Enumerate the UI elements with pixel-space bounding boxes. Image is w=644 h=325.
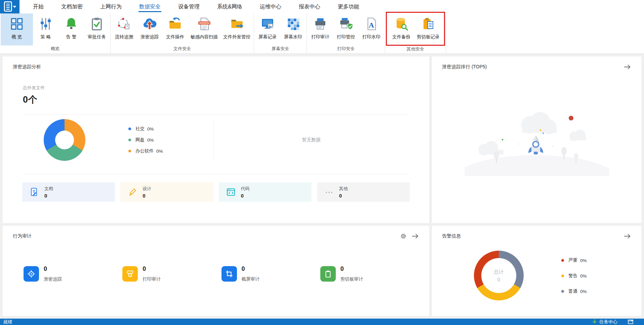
legend-item: 办公软件 0% [128, 148, 163, 154]
more-dots-icon [324, 187, 334, 197]
legend-label: 网盘 [135, 137, 145, 143]
ribbon-item-label: 屏幕水印 [284, 34, 302, 40]
ribbon-group-label: 文件安全 [111, 45, 253, 53]
settings-button[interactable] [400, 233, 406, 239]
ribbon: 概 览 策 略 告 警 [0, 13, 644, 54]
ribbon-group-screen-security: 屏幕记录 屏幕水印 屏幕安全 [254, 13, 307, 53]
legend-value: 0% [580, 289, 587, 294]
goto-detail-button[interactable] [624, 233, 631, 239]
print-audit-icon [313, 17, 327, 31]
download-arrow-icon [592, 319, 597, 324]
stat-label: 截屏审计 [242, 276, 260, 282]
ribbon-item-policy[interactable]: 策 略 [33, 13, 58, 45]
task-window-icon[interactable] [628, 320, 633, 324]
app-menu-icon [3, 0, 17, 14]
dashboard-content: 泄密追踪分析 总外发文件 0个 社交 0% 网盘 0% [0, 54, 644, 319]
legend-item: 社交 0% [128, 126, 163, 132]
ribbon-item-circulation-trace[interactable]: 流转追溯 [111, 13, 137, 45]
ribbon-group-label: 概览 [1, 45, 110, 53]
ribbon-item-print-watermark[interactable]: A 打印水印 [359, 13, 384, 45]
ribbon-group-other-security: 文件备份 剪切板记录 其他安全 [385, 13, 446, 53]
arrow-right-icon [624, 233, 631, 239]
ribbon-item-print-audit[interactable]: 打印审计 [308, 13, 333, 45]
category-label: 其他 [339, 186, 348, 192]
code-icon [226, 187, 236, 197]
ribbon-item-file-backup[interactable]: 文件备份 [389, 13, 414, 45]
stat-clipboard-audit: 0 剪切板审计 [320, 265, 419, 282]
goto-detail-button[interactable] [412, 233, 419, 239]
ribbon-item-overview[interactable]: 概 览 [1, 13, 33, 45]
ribbon-item-file-outgoing-control[interactable]: 文件外发管控 [220, 13, 253, 45]
ribbon-item-leak-tracking[interactable]: 泄密追踪 [137, 13, 162, 45]
alert-legend: 严重 0% 警告 0% 普通 0% [561, 257, 587, 294]
ribbon-item-label: 策 略 [41, 34, 51, 40]
ribbon-item-label: 文件外发管控 [223, 34, 250, 40]
category-value: 0 [241, 193, 250, 198]
ribbon-item-label: 打印水印 [362, 34, 380, 40]
clipboard-icon [320, 266, 336, 282]
ribbon-item-file-operations[interactable]: 文件操作 [162, 13, 188, 45]
stat-label: 打印审计 [143, 276, 161, 282]
stat-label: 泄密追踪 [44, 276, 62, 282]
stat-value: 0 [340, 265, 363, 273]
tab-system-network[interactable]: 系统&网络 [208, 0, 251, 13]
app-menu-button[interactable] [0, 0, 19, 13]
category-value: 0 [339, 193, 348, 198]
ribbon-group-label: 屏幕安全 [255, 45, 306, 53]
ribbon-item-label: 打印管控 [337, 34, 355, 40]
tab-more-features[interactable]: 更多功能 [329, 0, 368, 13]
ribbon-item-label: 文件操作 [166, 34, 184, 40]
tab-doc-encryption[interactable]: 文档加密 [52, 0, 91, 13]
ribbon-item-screen-watermark[interactable]: 屏幕水印 [280, 13, 306, 45]
panel-title: 泄密追踪分析 [13, 64, 41, 70]
file-operation-folder-icon [168, 17, 182, 31]
stat-value: 0 [242, 265, 260, 273]
ribbon-item-label: 流转追溯 [115, 34, 133, 40]
task-center-button[interactable]: 任务中心 [599, 319, 617, 325]
alert-total-label: 总计 [494, 269, 504, 275]
category-label: 设计 [143, 186, 151, 192]
tab-report-center[interactable]: 报表中心 [290, 0, 329, 13]
panel-title: 告警信息 [442, 233, 461, 239]
category-label: 代码 [241, 186, 250, 192]
app-window: 开始 文档加密 上网行为 数据安全 设备管理 系统&网络 运维中心 报表中心 更… [0, 0, 644, 325]
file-backup-icon [394, 17, 408, 31]
clipboard-record-icon [421, 17, 435, 31]
legend-label: 社交 [135, 126, 145, 132]
tab-data-security[interactable]: 数据安全 [130, 0, 169, 13]
no-data-text: 暂无数据 [214, 137, 409, 143]
ribbon-item-sensitive-content-scan[interactable]: 敏感内容扫描 [188, 13, 220, 45]
ribbon-item-screen-record[interactable]: 屏幕记录 [255, 13, 280, 45]
legend-dot-critical [561, 259, 564, 262]
panel-leak-trace-rank: 泄密追踪排行 (TOP5) [432, 57, 641, 223]
ribbon-item-print-control[interactable]: 打印管控 [333, 13, 359, 45]
statusbar: 就绪 任务中心 [0, 319, 644, 325]
category-value: 0 [143, 193, 151, 198]
rocket [528, 136, 543, 154]
tab-device-management[interactable]: 设备管理 [169, 0, 208, 13]
sensitive-scan-icon [197, 17, 211, 31]
stat-value: 0 [143, 265, 161, 273]
approval-clipboard-icon [90, 17, 104, 31]
tab-start[interactable]: 开始 [24, 0, 52, 13]
category-card-other: 其他 0 [317, 182, 410, 202]
stat-label: 剪切板审计 [340, 276, 363, 282]
category-value: 0 [44, 193, 53, 198]
category-card-design: 设计 0 [120, 182, 213, 202]
circulation-trace-icon [117, 17, 131, 31]
arrow-right-icon [624, 64, 631, 70]
goto-detail-button[interactable] [624, 64, 631, 70]
empty-state-illustration [465, 105, 609, 176]
ribbon-item-approval-tasks[interactable]: 审批任务 [84, 13, 110, 45]
screen-record-icon [260, 17, 275, 31]
menubar: 开始 文档加密 上网行为 数据安全 设备管理 系统&网络 运维中心 报表中心 更… [0, 0, 644, 13]
legend-dot-social [128, 128, 131, 130]
ribbon-item-clipboard-record[interactable]: 剪切板记录 [414, 13, 442, 45]
legend-label: 严重 [568, 257, 577, 263]
main-tabs: 开始 文档加密 上网行为 数据安全 设备管理 系统&网络 运维中心 报表中心 更… [24, 0, 368, 13]
ribbon-group-overview: 概 览 策 略 告 警 [0, 13, 111, 53]
tab-ops-center[interactable]: 运维中心 [251, 0, 290, 13]
gear-icon [400, 233, 406, 239]
tab-internet-behavior[interactable]: 上网行为 [91, 0, 130, 13]
ribbon-item-alert[interactable]: 告 警 [58, 13, 84, 45]
